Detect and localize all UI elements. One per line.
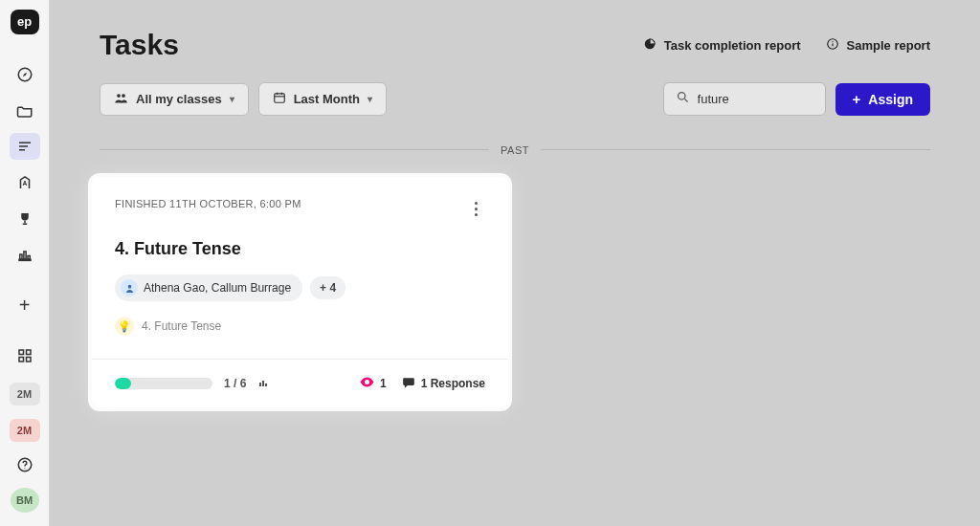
sample-report-link[interactable]: Sample report	[826, 37, 930, 54]
sidebar-badge-2[interactable]: 2M	[10, 419, 40, 442]
progress-label: 1 / 6	[224, 377, 246, 390]
bar-chart-icon[interactable]	[257, 375, 269, 392]
chevron-down-icon: ▾	[368, 94, 372, 104]
search-input[interactable]	[698, 92, 813, 106]
nav-folder-icon[interactable]	[10, 98, 40, 124]
svg-rect-14	[19, 358, 24, 362]
task-card[interactable]: FINISHED 11TH OCTOBER, 6:00 PM 4. Future…	[92, 177, 508, 407]
svg-rect-30	[259, 383, 261, 386]
nav-tasks-icon[interactable]	[10, 133, 40, 160]
svg-point-20	[832, 41, 833, 42]
svg-point-21	[117, 94, 121, 98]
nav-trophy-icon[interactable]	[10, 206, 40, 232]
svg-rect-13	[26, 350, 31, 355]
svg-point-17	[24, 468, 25, 469]
views-stat: 1	[360, 377, 387, 390]
svg-rect-23	[274, 94, 284, 102]
classes-filter-dropdown[interactable]: All my classes ▾	[100, 83, 249, 116]
divider-label: PAST	[489, 144, 541, 156]
svg-rect-32	[265, 384, 267, 386]
progress-bar	[115, 378, 212, 389]
svg-marker-1	[22, 73, 27, 77]
section-divider: PAST	[100, 141, 930, 158]
svg-rect-11	[19, 260, 31, 261]
card-more-menu[interactable]	[467, 198, 485, 220]
nav-help-icon[interactable]	[10, 451, 40, 478]
responses-stat: 1 Response	[402, 377, 485, 391]
svg-text:A: A	[22, 180, 27, 186]
svg-rect-15	[26, 358, 31, 362]
eye-icon	[360, 377, 374, 390]
svg-rect-9	[23, 252, 25, 259]
app-logo[interactable]: ep	[11, 10, 39, 34]
svg-line-28	[684, 99, 687, 101]
nav-chart-icon[interactable]	[10, 241, 40, 268]
page-title: Tasks	[100, 29, 179, 61]
person-icon	[121, 279, 138, 296]
nav-grade-icon[interactable]: A	[10, 169, 40, 196]
svg-rect-12	[19, 350, 24, 355]
search-icon	[676, 90, 690, 108]
svg-point-27	[678, 93, 685, 100]
chat-icon	[402, 377, 415, 391]
period-filter-dropdown[interactable]: Last Month ▾	[258, 82, 387, 116]
svg-rect-8	[19, 254, 21, 259]
assignee-pill[interactable]: Athena Gao, Callum Burrage	[115, 274, 302, 301]
card-finished-timestamp: FINISHED 11TH OCTOBER, 6:00 PM	[115, 198, 301, 209]
assignee-overflow-pill[interactable]: + 4	[310, 276, 345, 299]
user-avatar[interactable]: BM	[11, 488, 39, 513]
people-icon	[114, 92, 128, 107]
calendar-icon	[273, 91, 286, 107]
card-topic-text: 4. Future Tense	[142, 319, 221, 333]
info-icon	[826, 37, 839, 54]
assign-button[interactable]: + Assign	[835, 83, 930, 116]
nav-compass-icon[interactable]	[10, 61, 40, 88]
lightbulb-icon: 💡	[115, 317, 134, 336]
chevron-down-icon: ▾	[230, 94, 234, 104]
svg-point-29	[127, 284, 131, 288]
search-field[interactable]	[663, 82, 826, 116]
main-content: Tasks Task completion report Sample repo…	[50, 0, 980, 526]
task-completion-report-link[interactable]: Task completion report	[643, 37, 801, 54]
progress-fill	[115, 378, 131, 389]
nav-apps-icon[interactable]	[10, 342, 40, 369]
app-sidebar: ep A + 2M 2M BM	[0, 0, 50, 526]
pie-chart-icon	[643, 37, 657, 54]
nav-add-icon[interactable]: +	[10, 292, 40, 318]
svg-point-22	[122, 94, 125, 98]
plus-icon: +	[853, 92, 861, 106]
svg-rect-31	[262, 381, 264, 386]
sidebar-badge-1[interactable]: 2M	[10, 383, 40, 405]
card-title: 4. Future Tense	[115, 239, 485, 259]
